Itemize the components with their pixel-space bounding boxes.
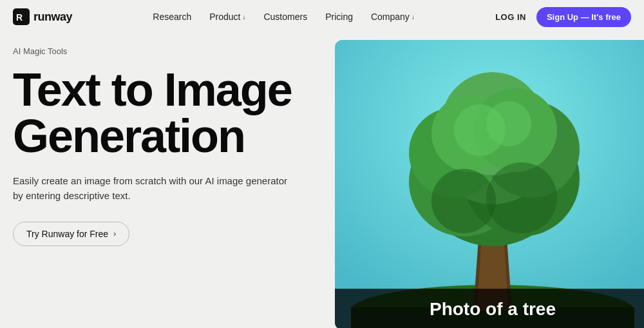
tree-image-container: Photo of a tree <box>335 40 644 328</box>
hero-image-area: Photo of a tree <box>335 40 644 328</box>
nav-customers[interactable]: Customers <box>263 12 307 22</box>
logo-text: runway <box>33 10 72 24</box>
svg-point-17 <box>486 162 557 233</box>
header-actions: LOG IN Sign Up — It's free <box>495 7 631 27</box>
page-title: Text to Image Generation <box>13 66 328 159</box>
image-caption: Photo of a tree <box>335 289 644 328</box>
main-nav: Research Product ↓ Customers Pricing Com… <box>153 12 415 22</box>
try-runway-button[interactable]: Try Runway for Free › <box>13 222 129 246</box>
runway-logo-icon: R <box>13 8 30 25</box>
hero-description: Easily create an image from scratch with… <box>13 173 290 204</box>
hero-left: AI Magic Tools Text to Image Generation … <box>13 34 328 328</box>
logo[interactable]: R runway <box>13 8 72 25</box>
nav-pricing[interactable]: Pricing <box>325 12 353 22</box>
tree-illustration <box>335 40 644 328</box>
nav-company[interactable]: Company ↓ <box>371 12 415 22</box>
signup-button[interactable]: Sign Up — It's free <box>536 7 631 27</box>
nav-research[interactable]: Research <box>153 12 191 22</box>
tree-background <box>335 40 644 328</box>
svg-point-15 <box>486 101 531 146</box>
arrow-right-icon: › <box>113 229 116 238</box>
chevron-down-icon: ↓ <box>242 14 245 21</box>
svg-point-16 <box>431 169 496 233</box>
svg-text:R: R <box>16 12 23 23</box>
breadcrumb: AI Magic Tools <box>13 46 328 56</box>
login-button[interactable]: LOG IN <box>495 12 526 22</box>
chevron-down-icon-company: ↓ <box>412 14 415 21</box>
nav-product[interactable]: Product ↓ <box>209 12 245 22</box>
